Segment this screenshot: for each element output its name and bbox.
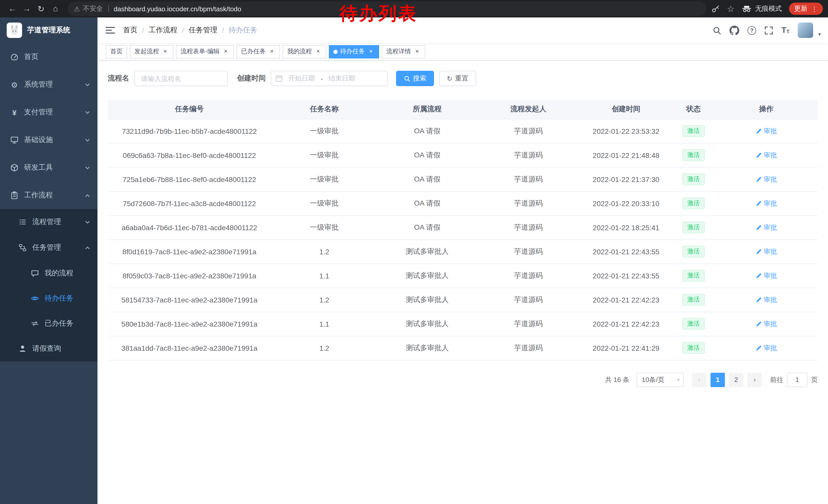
approve-link[interactable]: 审批 [755,199,777,208]
tab-process-form-edit[interactable]: 流程表单-编辑 × [176,45,234,58]
app-logo[interactable]: 芋道管理系统 [0,17,97,43]
cell-create-time: 2022-01-22 20:33:10 [580,191,672,215]
pencil-icon [755,128,761,134]
question-mark-glyph: ? [747,26,756,35]
page-button-1[interactable]: 1 [710,372,725,387]
sidebar: 芋道管理系统 首页 ⚙ 系统管理 ¥ 支付管理 基础设施 [0,17,97,504]
sidebar-item-label: 流程管理 [32,217,61,227]
approve-link[interactable]: 审批 [755,319,777,328]
cell-create-time: 2022-01-22 23:53:32 [580,119,672,143]
page-size-select[interactable]: 10条/页 ▾ [637,372,684,387]
approve-link[interactable]: 审批 [755,295,777,304]
sidebar-item-todo-tasks[interactable]: 待办任务 [0,286,97,311]
sidebar-item-done-tasks[interactable]: 已办任务 [0,311,97,336]
sidebar-item-payment[interactable]: ¥ 支付管理 [0,98,97,126]
approve-link[interactable]: 审批 [755,150,777,160]
pencil-icon [755,345,761,351]
incognito-icon [742,5,752,12]
next-page-button[interactable]: › [747,372,762,387]
tab-home[interactable]: 首页 [106,45,127,58]
tab-my-processes[interactable]: 我的流程 × [283,45,326,58]
tab-process-detail[interactable]: 流程详情 × [382,45,425,58]
chevron-down-icon [85,82,90,87]
pencil-icon [755,248,761,255]
tab-close-icon[interactable]: × [413,48,421,55]
prev-page-button[interactable]: ‹ [692,372,706,387]
approve-link[interactable]: 审批 [755,175,777,184]
user-avatar[interactable] [798,22,813,38]
tab-close-icon[interactable]: × [162,48,169,55]
password-key-icon[interactable] [711,5,720,13]
status-badge: 激活 [682,294,705,306]
breadcrumb-workflow[interactable]: 工作流程 [149,26,177,35]
status-badge: 激活 [682,125,705,137]
calendar-icon [276,75,283,82]
table-row: 725a1eb6-7b88-11ec-8ef0-acde48001122 一级审… [108,167,818,191]
sidebar-item-leave-query[interactable]: 请假查询 [0,336,97,362]
sidebar-toggle-icon[interactable] [97,27,123,34]
sidebar-item-my-processes[interactable]: 我的流程 [0,261,97,286]
breadcrumb-separator: / [222,26,224,34]
avatar-caret-down-icon[interactable]: ▾ [818,31,821,38]
chrome-right-controls: ☆ 无痕模式 更新 ⋮ [711,3,823,15]
cell-create-time: 2022-01-21 22:43:55 [580,239,672,264]
fullscreen-icon[interactable] [764,26,773,35]
sidebar-item-task-management[interactable]: 任务管理 [0,235,97,261]
address-bar[interactable]: ⚠ 不安全 dashboard.yudao.iocoder.cn/bpm/tas… [68,2,706,16]
browser-forward-icon[interactable]: → [19,2,34,16]
date-range-picker[interactable]: 开始日期 - 结束日期 [271,71,388,86]
cell-process: OA 请假 [378,119,477,143]
approve-link[interactable]: 审批 [755,126,777,136]
search-button[interactable]: 搜索 [396,71,434,86]
sidebar-item-workflow[interactable]: 工作流程 [0,182,97,209]
help-icon[interactable]: ? [747,26,756,35]
approve-link[interactable]: 审批 [755,247,777,256]
refresh-icon: ↻ [447,75,452,82]
sidebar-item-process-management[interactable]: 流程管理 [0,209,97,235]
browser-update-button[interactable]: 更新 ⋮ [789,3,823,15]
cell-task-id: 75d72608-7b7f-11ec-a3c8-acde48001122 [108,191,271,215]
sidebar-item-label: 基础设施 [24,135,53,145]
cell-task-id: 73211d9d-7b9b-11ec-b5b7-acde48001122 [108,119,271,143]
browser-menu-icon[interactable]: ⋮ [811,5,818,12]
cell-create-time: 2022-01-22 21:37:30 [580,167,672,191]
table-row: 73211d9d-7b9b-11ec-b5b7-acde48001122 一级审… [108,119,818,143]
github-icon[interactable] [730,26,739,35]
eye-icon [31,294,39,302]
sidebar-item-system[interactable]: ⚙ 系统管理 [0,71,97,98]
approve-link[interactable]: 审批 [755,271,777,280]
tab-todo-tasks[interactable]: 待办任务 × [329,45,379,58]
tab-done-tasks[interactable]: 已办任务 × [237,45,280,58]
tab-close-icon[interactable]: × [268,48,276,55]
browser-home-icon[interactable]: ⌂ [48,2,63,16]
bookmark-star-icon[interactable]: ☆ [727,3,735,14]
approve-link[interactable]: 审批 [755,343,777,353]
browser-back-icon[interactable]: ← [5,2,19,16]
reset-button[interactable]: ↻ 重置 [439,71,476,86]
tab-close-icon[interactable]: × [222,48,229,55]
browser-reload-icon[interactable]: ↻ [34,2,48,16]
process-name-input[interactable] [134,71,228,86]
sidebar-item-infrastructure[interactable]: 基础设施 [0,126,97,154]
col-create-time: 创建时间 [580,99,672,119]
breadcrumb-home[interactable]: 首页 [123,26,137,35]
cell-task-name: 一级审批 [271,215,378,239]
page-button-2[interactable]: 2 [729,372,743,387]
cell-task-id: 58154733-7ac8-11ec-a9e2-a2380e71991a [108,288,271,312]
sidebar-item-home[interactable]: 首页 [0,43,97,71]
goto-page-input[interactable] [787,372,808,387]
page-content: 流程名 创建时间 开始日期 - 结束日期 搜索 ↻ 重置 [97,60,828,504]
chevron-down-icon [85,109,90,115]
tab-start-process[interactable]: 发起流程 × [130,45,173,58]
cell-task-id: 381aa1dd-7ac8-11ec-a9e2-a2380e71991a [108,336,271,360]
approve-link[interactable]: 审批 [755,223,777,232]
cell-task-name: 1.1 [271,264,378,288]
tab-close-icon[interactable]: × [367,48,374,55]
breadcrumb-task-management[interactable]: 任务管理 [189,26,217,35]
goto-label: 前往 [770,375,783,384]
sidebar-item-devtools[interactable]: 研发工具 [0,154,97,182]
font-size-icon[interactable]: TT [781,26,790,34]
gear-icon: ⚙ [10,81,18,89]
header-search-icon[interactable] [713,26,721,35]
tab-close-icon[interactable]: × [315,48,322,55]
